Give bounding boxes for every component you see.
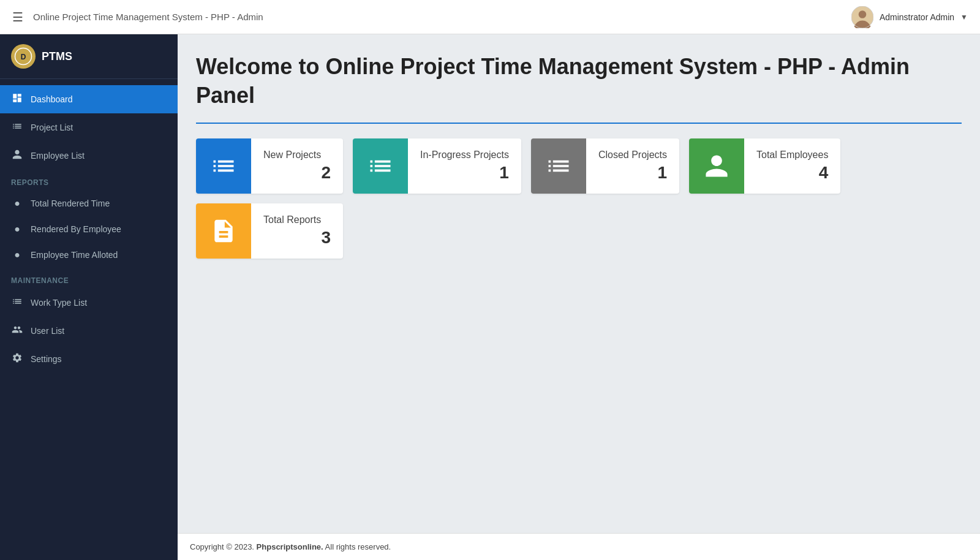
stats-grid-row2: Total Reports 3 bbox=[196, 203, 962, 259]
sidebar-item-employee-time-alloted[interactable]: ● Employee Time Alloted bbox=[0, 242, 178, 268]
sidebar-logo: D PTMS bbox=[0, 34, 178, 79]
top-bar: ☰ Online Project Time Management System … bbox=[0, 0, 980, 34]
maintenance-section-label: Maintenance bbox=[0, 268, 178, 289]
admin-menu[interactable]: Adminstrator Admin ▼ bbox=[851, 6, 968, 28]
footer-company: Phpscriptsonline. bbox=[257, 542, 323, 551]
footer: Copyright © 2023. Phpscriptsonline. All … bbox=[178, 533, 980, 560]
new-projects-value: 2 bbox=[263, 163, 331, 183]
sidebar-item-work-type-list[interactable]: Work Type List bbox=[0, 289, 178, 317]
svg-text:D: D bbox=[21, 53, 26, 61]
sidebar-item-total-rendered-time[interactable]: ● Total Rendered Time bbox=[0, 191, 178, 216]
sidebar-item-label: Settings bbox=[31, 354, 62, 364]
stats-grid: New Projects 2 In-Progress Projects 1 bbox=[196, 138, 962, 194]
circle-icon: ● bbox=[11, 198, 23, 209]
total-employees-value: 4 bbox=[756, 163, 828, 183]
app-name: PTMS bbox=[42, 50, 72, 63]
total-reports-label: Total Reports bbox=[263, 214, 331, 225]
total-employees-info: Total Employees 4 bbox=[744, 141, 840, 191]
admin-name: Adminstrator Admin bbox=[880, 12, 954, 22]
inprogress-projects-icon-box bbox=[353, 138, 408, 194]
stat-card-new-projects[interactable]: New Projects 2 bbox=[196, 138, 343, 194]
closed-projects-icon-box bbox=[531, 138, 586, 194]
list-icon bbox=[11, 121, 23, 134]
top-bar-left: ☰ Online Project Time Management System … bbox=[12, 10, 263, 25]
main-layout: D PTMS Dashboard Proj bbox=[0, 34, 980, 560]
content-area: Welcome to Online Project Time Managemen… bbox=[178, 34, 980, 560]
sidebar-item-employee-list[interactable]: Employee List bbox=[0, 142, 178, 170]
total-reports-info: Total Reports 3 bbox=[251, 206, 343, 256]
stat-card-inprogress-projects[interactable]: In-Progress Projects 1 bbox=[353, 138, 521, 194]
footer-rights: All rights reserved. bbox=[323, 542, 391, 551]
closed-projects-value: 1 bbox=[598, 163, 667, 183]
new-projects-label: New Projects bbox=[263, 149, 331, 161]
sidebar-item-label: User List bbox=[31, 326, 64, 336]
inprogress-projects-value: 1 bbox=[420, 163, 509, 183]
total-reports-value: 3 bbox=[263, 228, 331, 248]
app-wrapper: ☰ Online Project Time Management System … bbox=[0, 0, 980, 560]
sidebar-item-user-list[interactable]: User List bbox=[0, 317, 178, 345]
logo-circle: D bbox=[11, 44, 36, 69]
sidebar-item-label: Total Rendered Time bbox=[31, 199, 110, 208]
sidebar-item-label: Project List bbox=[31, 123, 73, 132]
reports-section-label: Reports bbox=[0, 170, 178, 191]
admin-avatar bbox=[851, 6, 873, 28]
sidebar-item-label: Rendered By Employee bbox=[31, 224, 121, 234]
person-icon bbox=[11, 149, 23, 162]
total-employees-label: Total Employees bbox=[756, 149, 828, 161]
new-projects-icon-box bbox=[196, 138, 251, 194]
stat-card-total-employees[interactable]: Total Employees 4 bbox=[689, 138, 840, 194]
sidebar-nav: Dashboard Project List Employee List bbox=[0, 79, 178, 379]
dashboard-icon bbox=[11, 93, 23, 106]
closed-projects-info: Closed Projects 1 bbox=[586, 141, 679, 191]
total-employees-icon-box bbox=[689, 138, 744, 194]
sidebar-item-label: Employee Time Alloted bbox=[31, 250, 118, 260]
dropdown-arrow-icon: ▼ bbox=[960, 13, 968, 21]
people-icon bbox=[11, 324, 23, 338]
circle-icon: ● bbox=[11, 224, 23, 235]
sidebar-item-label: Dashboard bbox=[31, 94, 73, 104]
inprogress-projects-info: In-Progress Projects 1 bbox=[408, 141, 521, 191]
gear-icon bbox=[11, 352, 23, 366]
stat-card-closed-projects[interactable]: Closed Projects 1 bbox=[531, 138, 679, 194]
sidebar-item-dashboard[interactable]: Dashboard bbox=[0, 85, 178, 113]
new-projects-info: New Projects 2 bbox=[251, 141, 343, 191]
svg-point-1 bbox=[859, 10, 867, 18]
sidebar-item-project-list[interactable]: Project List bbox=[0, 113, 178, 142]
sidebar-item-rendered-by-employee[interactable]: ● Rendered By Employee bbox=[0, 216, 178, 242]
circle-icon: ● bbox=[11, 249, 23, 260]
top-bar-title: Online Project Time Management System - … bbox=[33, 12, 263, 22]
sidebar-item-label: Work Type List bbox=[31, 298, 87, 308]
footer-copyright: Copyright © 2023. bbox=[190, 542, 257, 551]
total-reports-icon-box bbox=[196, 203, 251, 259]
sidebar-item-settings[interactable]: Settings bbox=[0, 345, 178, 373]
closed-projects-label: Closed Projects bbox=[598, 149, 667, 161]
sidebar-item-label: Employee List bbox=[31, 151, 85, 161]
list-icon bbox=[11, 296, 23, 309]
sidebar: D PTMS Dashboard Proj bbox=[0, 34, 178, 560]
inprogress-projects-label: In-Progress Projects bbox=[420, 149, 509, 161]
stat-card-total-reports[interactable]: Total Reports 3 bbox=[196, 203, 343, 259]
hamburger-icon[interactable]: ☰ bbox=[12, 10, 23, 25]
main-content: Welcome to Online Project Time Managemen… bbox=[178, 34, 980, 533]
welcome-heading: Welcome to Online Project Time Managemen… bbox=[196, 53, 962, 124]
